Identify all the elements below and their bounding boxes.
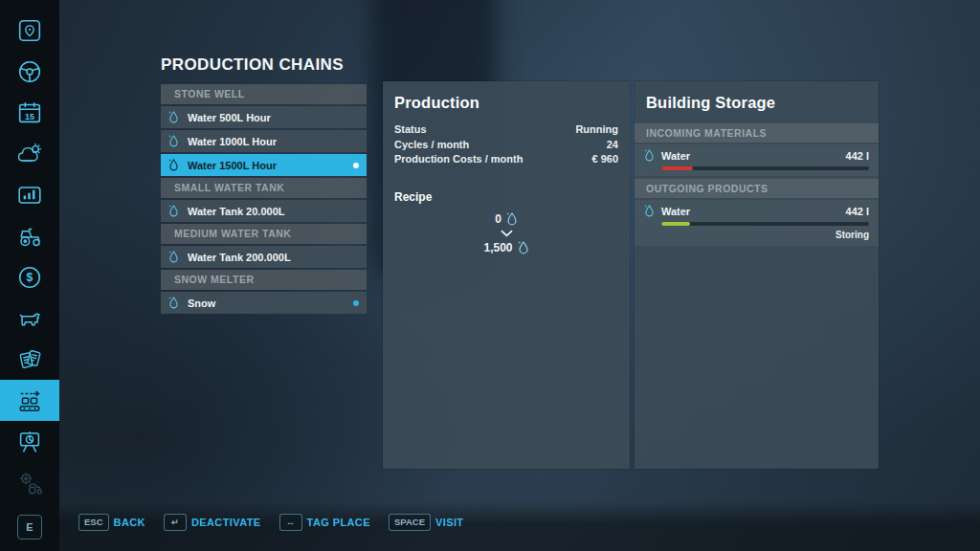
sidebar-item-vehicle[interactable] [0,51,59,92]
fill-level-bar [661,166,869,170]
contracts-icon [15,345,44,374]
statistics-board-icon [15,428,44,456]
sidebar-item-production-chains[interactable] [0,380,59,421]
stat-value: 24 [607,138,618,153]
screen: 15$E PRODUCTION CHAINS STONE WELLWater 5… [0,0,980,551]
hint-bar: ESCBACK↵DEACTIVATE↔TAG PLACESPACEVISIT [78,514,463,531]
water-drop-icon [506,211,518,227]
storage-row: Water442 lStoring [635,200,879,246]
production-chain-icon [15,386,44,415]
stat-label: Cycles / month [394,138,469,153]
fill-level-bar-fill [661,222,690,226]
chain-item[interactable]: Water 1000L Hour [161,130,367,152]
hint-visit[interactable]: SPACEVISIT [389,514,464,531]
storage-material-label: Water [661,206,690,217]
hint-label: VISIT [435,517,464,528]
chain-item-label: Water 500L Hour [188,112,271,123]
hint-label: TAG PLACE [307,517,370,528]
sidebar: 15$E [0,0,59,551]
active-indicator-dot [353,300,359,306]
svg-text:$: $ [27,271,33,284]
sidebar-item-statistics[interactable] [0,421,59,462]
hint-label: DEACTIVATE [191,517,261,528]
recipe-input-amount: 0 [495,212,501,226]
sidebar-item-contracts[interactable] [0,339,59,380]
hint-tag-place[interactable]: ↔TAG PLACE [279,514,370,531]
storage-section-header: OUTGOING PRODUCTS [635,178,879,198]
stat-label: Production Costs / month [394,152,523,167]
chain-item-label: Water 1500L Hour [188,160,277,171]
hint-deactivate[interactable]: ↵DEACTIVATE [164,514,261,531]
recipe-output: 1,500 [483,240,528,255]
recipe-output-amount: 1,500 [483,241,512,254]
water-drop-icon [168,158,179,172]
chevron-down-icon [501,230,513,237]
key-cap: SPACE [389,514,431,531]
dollar-coin-icon: $ [15,263,44,292]
water-drop-icon [168,250,179,264]
active-indicator-dot [353,163,359,168]
water-drop-icon [168,110,179,124]
chain-item[interactable]: Water 500L Hour [161,106,367,128]
menu-key-e[interactable]: E [17,515,42,540]
tractor-icon [15,222,44,251]
chain-group-header: SNOW MELTER [161,270,367,290]
storage-section-header: INCOMING MATERIALS [635,122,879,143]
stat-value: Running [575,122,618,138]
sidebar-item-garage[interactable] [0,215,59,256]
steering-wheel-icon [15,57,44,86]
map-icon [15,16,44,45]
workshop-gear-icon [15,469,44,497]
page-title: PRODUCTION CHAINS [161,55,344,75]
sidebar-item-finances[interactable] [0,174,59,215]
chain-item[interactable]: Water 1500L Hour [161,154,367,176]
chain-item[interactable]: Water Tank 20.000L [161,200,367,222]
storage-material-label: Water [661,150,690,162]
water-drop-icon [168,134,179,148]
building-storage-title: Building Storage [646,94,867,112]
production-stat-row: StatusRunning [394,122,618,138]
production-panel-title: Production [394,94,618,112]
recipe-input: 0 [495,211,518,227]
recipe-flow: 0 1,500 [383,211,630,255]
production-chains-list: STONE WELLWater 500L HourWater 1000L Hou… [161,84,367,316]
chain-group-header: STONE WELL [161,84,367,104]
water-drop-icon [644,204,655,218]
chain-item[interactable]: Water Tank 200.000L [161,246,367,268]
sidebar-item-weather[interactable] [0,133,59,174]
production-stat-row: Production Costs / month€ 960 [394,152,618,167]
sidebar-item-animals[interactable] [0,298,59,339]
cow-icon [15,304,44,333]
stat-label: Status [394,122,427,138]
storage-amount: 442 l [846,206,869,217]
chain-item-label: Water Tank 200.000L [188,252,291,263]
storage-row: Water442 l [635,144,879,176]
chain-item[interactable]: Snow [161,292,367,314]
storage-amount: 442 l [846,150,869,162]
chain-item-label: Snow [188,298,215,309]
stat-value: € 960 [591,152,618,167]
recipe-title: Recipe [394,190,618,204]
chain-item-label: Water Tank 20.000L [188,206,285,217]
water-drop-icon [644,148,655,163]
production-stat-row: Cycles / month24 [394,138,618,153]
water-drop-icon [518,240,529,255]
key-cap: ↔ [279,514,302,531]
chain-item-label: Water 1000L Hour [188,136,277,147]
chain-group-header: MEDIUM WATER TANK [161,224,367,244]
storage-status: Storing [644,230,869,240]
sidebar-item-workshop[interactable] [0,462,59,503]
fill-level-bar-fill [661,166,693,170]
storage-sections: INCOMING MATERIALSWater442 lOUTGOING PRO… [635,122,879,246]
hint-label: BACK [114,517,145,528]
hint-back[interactable]: ESCBACK [78,514,145,531]
weather-icon [15,140,44,168]
sidebar-item-map[interactable] [0,10,59,51]
building-storage-panel: Building Storage INCOMING MATERIALSWater… [635,81,879,469]
sidebar-item-money[interactable]: $ [0,256,59,298]
calendar-icon: 15 [15,99,44,127]
svg-text:15: 15 [25,111,34,121]
fill-level-bar [661,222,869,226]
key-cap: ESC [78,514,109,531]
sidebar-item-calendar[interactable]: 15 [0,92,59,133]
